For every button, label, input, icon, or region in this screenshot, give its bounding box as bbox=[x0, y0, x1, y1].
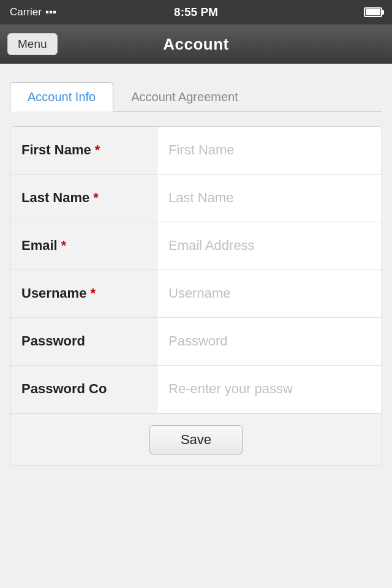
tab-bar: Account Info Account Agreement bbox=[10, 82, 382, 111]
tab-account-info[interactable]: Account Info bbox=[10, 82, 113, 111]
username-row: Username * bbox=[10, 270, 382, 318]
page-title: Account bbox=[163, 35, 229, 54]
password-row: Password bbox=[10, 318, 382, 366]
email-label: Email * bbox=[10, 222, 157, 270]
last-name-input[interactable] bbox=[157, 175, 382, 222]
time-display: 8:55 PM bbox=[174, 6, 218, 19]
first-name-input[interactable] bbox=[157, 127, 382, 174]
email-input[interactable] bbox=[157, 222, 382, 270]
save-button[interactable]: Save bbox=[149, 425, 243, 454]
menu-button[interactable]: Menu bbox=[7, 33, 58, 55]
password-label: Password bbox=[10, 318, 157, 365]
email-row: Email * bbox=[10, 222, 382, 270]
carrier-label: Carrier bbox=[10, 6, 42, 18]
last-name-row: Last Name * bbox=[10, 175, 382, 222]
last-name-required: * bbox=[93, 190, 99, 206]
tab-account-agreement[interactable]: Account Agreement bbox=[113, 82, 256, 111]
form-card: First Name * Last Name * Email * Usernam… bbox=[10, 126, 382, 466]
carrier-info: Carrier ▪▪▪ bbox=[10, 6, 56, 18]
username-input[interactable] bbox=[157, 270, 382, 317]
last-name-label: Last Name * bbox=[10, 175, 157, 222]
first-name-required: * bbox=[95, 142, 100, 158]
first-name-label: First Name * bbox=[10, 127, 157, 174]
content-area: Account Info Account Agreement First Nam… bbox=[0, 64, 392, 476]
password-confirm-label: Password Co bbox=[10, 366, 157, 413]
password-input[interactable] bbox=[157, 318, 382, 365]
nav-bar: Menu Account bbox=[0, 24, 392, 64]
first-name-row: First Name * bbox=[10, 127, 382, 175]
password-confirm-row: Password Co bbox=[10, 366, 382, 413]
battery-indicator bbox=[364, 7, 382, 17]
wifi-icon: ▪▪▪ bbox=[45, 6, 56, 18]
email-required: * bbox=[61, 238, 67, 254]
status-bar: Carrier ▪▪▪ 8:55 PM bbox=[0, 0, 392, 24]
username-label: Username * bbox=[10, 270, 157, 317]
username-required: * bbox=[90, 285, 96, 301]
battery-icon bbox=[364, 7, 382, 17]
password-confirm-input[interactable] bbox=[157, 366, 382, 413]
save-row: Save bbox=[10, 413, 382, 466]
